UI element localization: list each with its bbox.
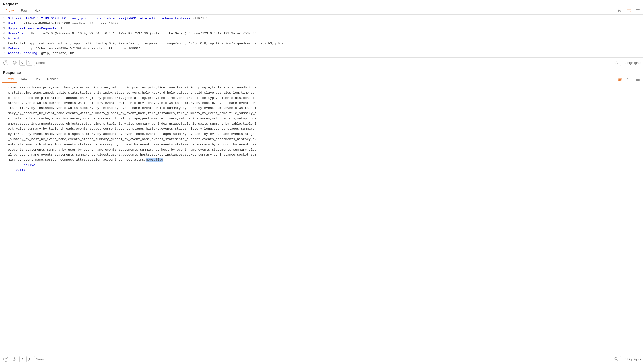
response-line-num-9 bbox=[0, 85, 8, 163]
response-line-num-li bbox=[0, 168, 8, 173]
response-line-div: </div> bbox=[0, 163, 643, 168]
svg-rect-1 bbox=[627, 11, 630, 11]
request-settings-button[interactable] bbox=[11, 60, 18, 66]
line-number-5b bbox=[0, 41, 8, 46]
request-search-bar: ? 0 highlight bbox=[0, 58, 643, 68]
request-line-5b: text/html, application/xhtml+xml, applic… bbox=[0, 41, 643, 46]
request-back-button[interactable] bbox=[20, 60, 26, 66]
header-colon-6: : bbox=[22, 46, 26, 50]
response-line-9: zone_name,columns_priv,event,host,roles_… bbox=[0, 85, 643, 163]
request-search-input[interactable] bbox=[36, 61, 614, 65]
svg-rect-12 bbox=[636, 78, 640, 78]
tab-request-hex[interactable]: Hex bbox=[31, 7, 44, 14]
header-colon-5: : bbox=[20, 36, 22, 40]
response-settings-button[interactable] bbox=[11, 356, 18, 362]
tab-response-hex[interactable]: Hex bbox=[31, 76, 44, 83]
svg-rect-14 bbox=[636, 80, 640, 81]
svg-rect-8 bbox=[618, 78, 622, 78]
highlighted-news-flag: news,flag bbox=[146, 158, 163, 162]
wrap-lines-icon[interactable] bbox=[625, 8, 632, 14]
response-div-tag: </div> bbox=[8, 163, 643, 168]
response-search-button[interactable] bbox=[614, 357, 619, 361]
line-number-3: 3 bbox=[0, 26, 8, 31]
response-highlights-count: 0 highlights bbox=[624, 357, 641, 361]
tab-response-raw[interactable]: Raw bbox=[18, 76, 31, 83]
request-content: 1 GET /?id=1+AND+1=2+UNION+SELECT+'aa',g… bbox=[0, 15, 643, 58]
line-number-6: 6 bbox=[0, 46, 8, 51]
header-key-host: Host bbox=[8, 22, 16, 26]
line-number-4: 4 bbox=[0, 31, 8, 36]
svg-text:\n: \n bbox=[627, 78, 630, 81]
header-colon-4: : bbox=[27, 32, 31, 35]
request-search-input-wrap bbox=[34, 60, 621, 66]
line-4-content: User-Agent: Mozilla/5.0 (Windows NT 10.0… bbox=[8, 31, 643, 36]
svg-rect-0 bbox=[627, 10, 631, 10]
request-panel: Request Pretty Raw Hex bbox=[0, 0, 643, 68]
header-val-ua: Mozilla/5.0 (Windows NT 10.0; Win64; x64… bbox=[31, 32, 256, 35]
tab-request-pretty[interactable]: Pretty bbox=[2, 7, 18, 14]
request-line-3: 3 Upgrade-Insecure-Requests: 1 bbox=[0, 26, 643, 31]
svg-point-16 bbox=[615, 357, 617, 360]
line-1-content: GET /?id=1+AND+1=2+UNION+SELECT+'aa',gro… bbox=[8, 16, 643, 21]
request-line-5: 5 Accept: bbox=[0, 36, 643, 41]
header-key-referer: Referer bbox=[8, 46, 22, 50]
response-line-li: </li> bbox=[0, 168, 643, 173]
svg-point-7 bbox=[615, 61, 617, 63]
svg-point-15 bbox=[14, 358, 15, 360]
request-line-4: 4 User-Agent: Mozilla/5.0 (Windows NT 10… bbox=[0, 31, 643, 36]
request-tab-bar: Pretty Raw Hex bbox=[0, 7, 643, 15]
line-number-7: 7 bbox=[0, 51, 8, 56]
header-colon-3: : bbox=[56, 26, 60, 30]
response-wrap-icon[interactable] bbox=[616, 77, 624, 82]
svg-rect-4 bbox=[636, 11, 640, 11]
svg-rect-13 bbox=[636, 79, 640, 80]
svg-rect-3 bbox=[636, 10, 640, 10]
header-val-host: challenge-8498ef57139f5080.sandbox.ctfhu… bbox=[20, 22, 119, 26]
header-val-accept: text/html, application/xhtml+xml, applic… bbox=[8, 42, 284, 45]
request-highlights-count: 0 highlights bbox=[624, 61, 641, 65]
line-6-content: Referer: http://challenge-8498ef57139f50… bbox=[8, 46, 643, 51]
request-line-1: 1 GET /?id=1+AND+1=2+UNION+SELECT+'aa',g… bbox=[0, 16, 643, 21]
header-val-encoding: gzip, deflate, br bbox=[41, 52, 74, 55]
header-colon-7: : bbox=[37, 52, 41, 55]
request-search-button[interactable] bbox=[614, 61, 619, 65]
tab-request-raw[interactable]: Raw bbox=[18, 7, 31, 14]
tab-response-render[interactable]: Render bbox=[44, 76, 61, 83]
menu-icon[interactable] bbox=[634, 8, 641, 14]
response-li-tag: </li> bbox=[8, 168, 643, 173]
line-number-1: 1 bbox=[0, 16, 8, 21]
request-help-button[interactable]: ? bbox=[2, 59, 10, 66]
response-forward-button[interactable] bbox=[26, 356, 32, 362]
line-7-content: Accept-Encoding: gzip, deflate, br bbox=[8, 51, 643, 56]
svg-rect-10 bbox=[618, 80, 620, 80]
response-panel: Response Pretty Raw Hex Render \n bbox=[0, 68, 643, 364]
line-2-content: Host: challenge-8498ef57139f5080.sandbox… bbox=[8, 21, 643, 26]
line-5-content: Accept: bbox=[8, 36, 643, 41]
response-back-button[interactable] bbox=[20, 356, 26, 362]
line-number-5: 5 bbox=[0, 36, 8, 41]
response-nowrap-icon[interactable]: \n bbox=[626, 77, 632, 82]
response-search-bar: ? 0 highlight bbox=[0, 354, 643, 364]
svg-point-6 bbox=[14, 62, 15, 63]
response-search-input[interactable] bbox=[36, 357, 614, 361]
header-colon-2: : bbox=[16, 22, 20, 26]
tab-response-pretty[interactable]: Pretty bbox=[2, 76, 18, 83]
line-number-2: 2 bbox=[0, 21, 8, 26]
svg-rect-2 bbox=[627, 12, 629, 12]
header-key-upgrade: Upgrade-Insecure-Requests bbox=[8, 26, 56, 30]
svg-rect-9 bbox=[618, 79, 621, 80]
request-line-6: 6 Referer: http://challenge-8498ef57139f… bbox=[0, 46, 643, 51]
request-title: Request bbox=[0, 0, 643, 7]
response-content[interactable]: zone_name,columns_priv,event,host,roles_… bbox=[0, 83, 643, 354]
response-help-button[interactable]: ? bbox=[2, 356, 10, 362]
request-forward-button[interactable] bbox=[26, 60, 32, 66]
http-method: GET /?id=1+AND+1=2+UNION+SELECT+'aa',gro… bbox=[8, 17, 190, 20]
response-title: Response bbox=[0, 68, 643, 76]
line-3-content: Upgrade-Insecure-Requests: 1 bbox=[8, 26, 643, 31]
eye-slash-icon[interactable] bbox=[616, 8, 624, 14]
response-menu-icon[interactable] bbox=[634, 77, 641, 82]
http-version: HTTP/1.1 bbox=[190, 17, 208, 20]
response-tab-bar: Pretty Raw Hex Render \n bbox=[0, 76, 643, 83]
request-line-7: 7 Accept-Encoding: gzip, deflate, br bbox=[0, 51, 643, 56]
line-5b-content: text/html, application/xhtml+xml, applic… bbox=[8, 41, 643, 46]
